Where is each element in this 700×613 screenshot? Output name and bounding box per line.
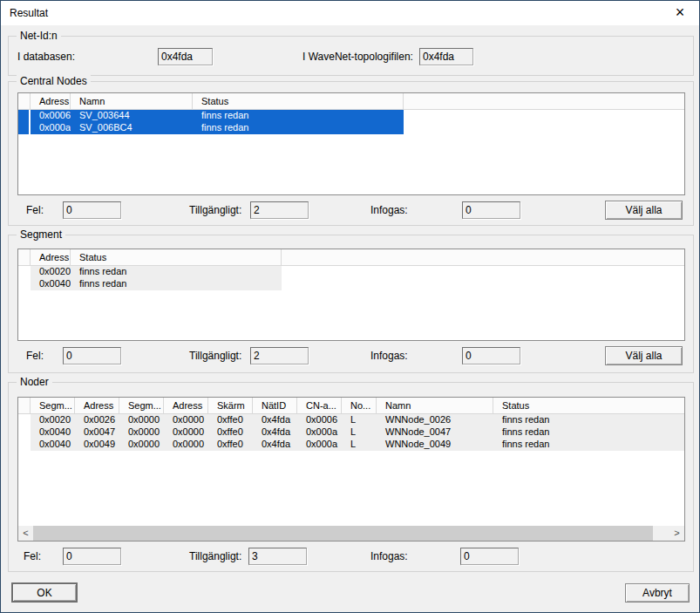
noder-stats: Fel: Tillgängligt: Infogas: (9, 547, 693, 566)
cell-adress-2: 0x0000 (164, 426, 208, 439)
header-cn-adress[interactable]: CN-a... (297, 398, 342, 413)
row-select-cell (18, 426, 31, 439)
header-select-column (18, 93, 31, 109)
table-row[interactable]: 0x000a SV_006BC4 finns redan (18, 122, 684, 134)
table-row[interactable]: 0x0040 finns redan (18, 278, 684, 290)
cell-cn-adress: 0x0006 (297, 414, 342, 426)
cell-natid: 0x4fda (253, 414, 297, 426)
cell-adress-1: 0x0047 (75, 426, 119, 439)
segment-table: Adress Status 0x0020 finns redan 0x0040 … (17, 249, 685, 341)
header-filler (404, 93, 684, 109)
cell-status: finns redan (71, 266, 282, 278)
cell-namn: WNNode_0026 (377, 414, 493, 426)
tillgangligt-label: Tillgängligt: (189, 547, 241, 566)
tillgangligt-label: Tillgängligt: (189, 346, 241, 365)
central-nodes-stats: Fel: Tillgängligt: Infogas: Välj alla (9, 201, 693, 220)
tillgangligt-field[interactable] (250, 347, 309, 364)
cell-segm-1: 0x0040 (31, 426, 75, 439)
noder-header: Segm... Adress Segm... Adress Skärm NätI… (18, 398, 684, 414)
horizontal-scrollbar[interactable]: < > (18, 526, 684, 541)
cell-status: finns redan (493, 439, 684, 451)
cell-segm-2: 0x0000 (119, 439, 164, 451)
cell-natid: 0x4fda (253, 426, 297, 439)
cell-namn: SV_003644 (71, 110, 193, 122)
header-adress[interactable]: Adress (31, 249, 71, 265)
header-natid[interactable]: NätID (253, 398, 297, 413)
cell-adress-2: 0x0000 (164, 414, 208, 426)
header-adress-2[interactable]: Adress (164, 398, 208, 413)
cell-status: finns redan (493, 414, 684, 426)
title-bar: Resultat × (1, 1, 699, 25)
db-netid-field[interactable] (158, 48, 213, 65)
header-namn[interactable]: Namn (71, 93, 193, 109)
table-row[interactable]: 0x0040 0x0047 0x0000 0x0000 0xffe0 0x4fd… (18, 426, 684, 439)
close-icon[interactable]: × (669, 3, 691, 24)
cell-no: L (342, 439, 377, 451)
header-adress[interactable]: Adress (31, 93, 71, 109)
cell-status: finns redan (193, 122, 404, 134)
header-segm-2[interactable]: Segm... (119, 398, 164, 413)
segment-stats: Fel: Tillgängligt: Infogas: Välj alla (9, 346, 693, 365)
tillgangligt-label: Tillgängligt: (189, 201, 241, 220)
cell-adress: 0x0040 (31, 278, 71, 290)
infogas-field[interactable] (462, 347, 520, 364)
table-row[interactable]: 0x0020 finns redan (18, 266, 684, 278)
cell-adress-1: 0x0049 (75, 439, 119, 451)
fel-field[interactable] (63, 347, 121, 364)
header-adress-1[interactable]: Adress (75, 398, 119, 413)
topofile-netid-field[interactable] (419, 48, 473, 65)
fel-label: Fel: (24, 547, 41, 566)
infogas-label: Infogas: (370, 547, 408, 566)
header-skarm[interactable]: Skärm (208, 398, 253, 413)
infogas-field[interactable] (460, 548, 519, 565)
central-nodes-table: Adress Namn Status 0x0006 SV_003644 finn… (17, 92, 685, 195)
header-status[interactable]: Status (71, 249, 282, 265)
cell-no: L (342, 414, 377, 426)
cell-adress: 0x000a (31, 122, 71, 134)
row-select-cell (18, 278, 31, 290)
header-segm-1[interactable]: Segm... (31, 398, 75, 413)
cell-natid: 0x4fda (253, 439, 297, 451)
header-no[interactable]: No... (342, 398, 377, 413)
header-select-column (18, 249, 31, 265)
group-segment: Segment Adress Status 0x0020 finns redan… (8, 235, 694, 373)
cell-namn: SV_006BC4 (71, 122, 193, 134)
segment-header: Adress Status (18, 249, 684, 266)
fel-field[interactable] (63, 201, 121, 219)
row-select-cell (18, 122, 31, 134)
header-select-column (18, 398, 31, 413)
cell-adress: 0x0020 (31, 266, 71, 278)
window-title: Resultat (10, 7, 48, 19)
dialog-resultat: Resultat × Net-Id:n I databasen: I WaveN… (0, 0, 700, 613)
noder-table: Segm... Adress Segm... Adress Skärm NätI… (17, 397, 685, 541)
header-status[interactable]: Status (493, 398, 684, 413)
header-status[interactable]: Status (193, 93, 404, 109)
cancel-button[interactable]: Avbryt (625, 583, 690, 603)
table-row[interactable]: 0x0006 SV_003644 finns redan (18, 110, 684, 122)
tillgangligt-field[interactable] (248, 548, 307, 565)
scroll-right-icon[interactable]: > (669, 526, 684, 541)
cell-adress: 0x0006 (31, 110, 71, 122)
cell-skarm: 0xffe0 (208, 414, 253, 426)
cell-segm-2: 0x0000 (119, 426, 164, 439)
table-row[interactable]: 0x0040 0x0049 0x0000 0x0000 0xffe0 0x4fd… (18, 439, 684, 451)
cell-status: finns redan (71, 278, 282, 290)
scroll-left-icon[interactable]: < (18, 526, 33, 541)
topofile-netid-label: I WaveNet-topologifilen: (302, 48, 413, 65)
tillgangligt-field[interactable] (250, 201, 309, 219)
group-noder-label: Noder (17, 376, 52, 388)
fel-field[interactable] (63, 548, 121, 565)
table-row[interactable]: 0x0020 0x0026 0x0000 0x0000 0xffe0 0x4fd… (18, 414, 684, 426)
cell-segm-2: 0x0000 (119, 414, 164, 426)
select-all-button[interactable]: Välj alla (605, 201, 683, 220)
cell-cn-adress: 0x000a (297, 439, 342, 451)
group-noder: Noder Segm... Adress Segm... Adress Skär… (8, 382, 694, 572)
cell-no: L (342, 426, 377, 439)
cell-namn: WNNode_0049 (377, 439, 493, 451)
cell-adress-1: 0x0026 (75, 414, 119, 426)
ok-button[interactable]: OK (11, 582, 78, 603)
scrollbar-thumb[interactable] (33, 526, 653, 541)
infogas-field[interactable] (462, 201, 520, 219)
header-namn[interactable]: Namn (377, 398, 493, 413)
select-all-button[interactable]: Välj alla (605, 346, 683, 365)
